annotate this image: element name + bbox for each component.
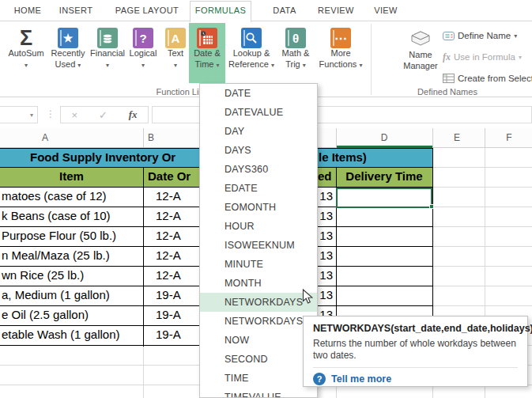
autosum-sigma-icon: Σ xyxy=(16,28,36,48)
colstrip-line xyxy=(485,128,485,148)
dropdown-caret-icon: ▾ xyxy=(303,62,306,69)
tab-page-layout[interactable]: PAGE LAYOUT xyxy=(112,0,182,21)
tab-home[interactable]: HOME xyxy=(8,0,47,21)
menu-item-second[interactable]: SECOND xyxy=(200,350,317,369)
formula-bar-buttons: × ✓ fx xyxy=(60,106,149,123)
menu-item-date[interactable]: DATE xyxy=(200,84,317,103)
tab-review[interactable]: REVIEW xyxy=(315,0,357,21)
cell-item: Purpose Flour (50 lb.) xyxy=(2,229,116,242)
dropdown-caret-icon: ▾ xyxy=(359,62,362,69)
cell-ordered: 19-A xyxy=(156,328,181,341)
cell-ordered: 12-A xyxy=(156,248,181,262)
lookup-reference-button[interactable]: Lookup & Reference ▾ xyxy=(227,23,276,83)
menu-item-hour[interactable]: HOUR xyxy=(200,217,317,236)
date-time-dropdown-menu: DATE DATEVALUE DAY DAYS DAYS360 EDATE EO… xyxy=(199,83,318,398)
text-button[interactable]: A Text ▾ xyxy=(160,23,191,83)
tab-view[interactable]: VIEW xyxy=(368,0,403,21)
header-item: Item xyxy=(0,169,143,183)
menu-item-edate[interactable]: EDATE xyxy=(200,179,317,198)
group-separator xyxy=(371,24,372,95)
cell-item: n Meal/Maza (25 lb.) xyxy=(2,248,110,262)
name-box-caret-icon: ▾ xyxy=(30,112,33,119)
use-in-formula-fx-icon: fx xyxy=(443,51,451,63)
excel-window: Food Supply Inventory Or le Items) Item … xyxy=(0,0,532,398)
menu-item-datevalue[interactable]: DATEVALUE xyxy=(200,103,317,122)
formula-bar-separator: ⋮ xyxy=(46,108,55,119)
column-header-e[interactable]: E xyxy=(445,128,469,148)
tell-me-more-link[interactable]: Tell me more xyxy=(331,373,391,385)
autosum-button[interactable]: Σ AutoSum ▾ xyxy=(5,23,47,83)
math-trig-label: Math & xyxy=(282,48,310,59)
fill-handle[interactable] xyxy=(429,204,434,209)
date-time-button[interactable]: Date & Time ▾ xyxy=(189,23,225,83)
menu-item-eomonth[interactable]: EOMONTH xyxy=(200,198,317,217)
financial-button[interactable]: Financial ▾ xyxy=(89,23,126,83)
cell-ordered: 12-A xyxy=(156,209,181,222)
dropdown-caret-icon: ▾ xyxy=(514,32,517,40)
tab-formulas[interactable]: FORMULAS xyxy=(190,0,251,21)
dropdown-caret-icon: ▾ xyxy=(217,62,220,69)
date-time-label: Date & xyxy=(194,48,221,59)
tab-insert[interactable]: INSERT xyxy=(55,0,96,21)
name-manager-button[interactable]: Name Manager xyxy=(398,23,443,83)
date-time-calendar-icon xyxy=(197,28,217,48)
more-functions-button[interactable]: ⋯ More Functions ▾ xyxy=(315,23,366,83)
menu-item-days[interactable]: DAYS xyxy=(200,141,317,160)
menu-item-time[interactable]: TIME xyxy=(200,369,317,388)
menu-item-day[interactable]: DAY xyxy=(200,122,317,141)
mouse-cursor-icon xyxy=(302,289,314,309)
create-from-selection-button[interactable]: Create from Selection xyxy=(443,70,532,87)
name-box[interactable]: ▾ xyxy=(0,106,38,123)
create-from-selection-icon xyxy=(443,74,455,83)
cell-item: k Beans (case of 10) xyxy=(2,209,111,222)
menu-item-month[interactable]: MONTH xyxy=(200,274,317,293)
logical-button[interactable]: ? Logical ▾ xyxy=(126,23,160,83)
dropdown-caret-icon: ▾ xyxy=(25,62,28,69)
menu-item-minute[interactable]: MINUTE xyxy=(200,255,317,274)
cell-item: matoes (case of 12) xyxy=(2,189,107,203)
cell-ordered: 12-A xyxy=(156,268,181,282)
cell-ordered: 19-A xyxy=(156,308,181,321)
cell-item: etable Wash (1 gallon) xyxy=(2,328,120,341)
tab-data[interactable]: DATA xyxy=(267,0,302,21)
use-in-formula-button[interactable]: fx Use in Formula ▾ xyxy=(443,48,522,66)
dropdown-caret-icon: ▾ xyxy=(271,62,274,69)
cell-item: e Oil (2.5 gallon) xyxy=(2,308,89,321)
menu-item-networkdays-intl[interactable]: NETWORKDAYS.IN xyxy=(200,312,317,331)
define-name-button[interactable]: Define Name ▾ xyxy=(443,27,517,44)
math-trig-button[interactable]: θ Math & Trig ▾ xyxy=(277,23,315,83)
selected-cell[interactable] xyxy=(336,188,432,208)
text-label: Text xyxy=(168,48,183,59)
menu-item-days360[interactable]: DAYS360 xyxy=(200,160,317,179)
menu-item-isoweeknum[interactable]: ISOWEEKNUM xyxy=(200,236,317,255)
column-header-a[interactable]: A xyxy=(33,128,57,148)
defined-names-group-label: Defined Names xyxy=(400,87,495,97)
header-delivery-time: Delivery Time xyxy=(336,169,432,183)
colstrip-line xyxy=(336,128,337,148)
recently-used-button[interactable]: ★ Recently Used ▾ xyxy=(47,23,89,83)
table-title-left: Food Supply Inventory Or xyxy=(30,150,175,164)
define-name-label: Define Name xyxy=(458,31,511,40)
menu-item-now[interactable]: NOW xyxy=(200,331,317,350)
insert-function-icon[interactable]: fx xyxy=(129,108,138,121)
more-functions-ellipsis-icon: ⋯ xyxy=(330,28,351,48)
financial-coins-icon xyxy=(97,28,118,48)
dropdown-caret-icon: ▾ xyxy=(141,62,145,69)
text-a-icon: A xyxy=(165,28,186,48)
cancel-icon[interactable]: × xyxy=(71,109,77,121)
logical-label: Logical xyxy=(130,48,157,59)
dropdown-caret-icon: ▾ xyxy=(519,54,522,61)
lookup-magnifier-icon xyxy=(241,28,262,48)
dropdown-caret-icon: ▾ xyxy=(77,62,81,69)
more-functions-label: More xyxy=(330,48,350,59)
table-title-right: le Items) xyxy=(319,150,367,164)
dropdown-caret-icon: ▾ xyxy=(174,62,177,69)
column-header-f[interactable]: F xyxy=(497,128,521,148)
enter-icon[interactable]: ✓ xyxy=(99,109,108,121)
lookup-reference-label: Lookup & xyxy=(233,48,270,59)
tooltip-divider xyxy=(313,367,518,368)
menu-item-networkdays[interactable]: NETWORKDAYS xyxy=(200,293,317,312)
menu-item-timevalue[interactable]: TIMEVALUE xyxy=(200,388,317,398)
tooltip-body: Returns the number of whole workdays bet… xyxy=(313,338,522,362)
math-trig-label2: Trig xyxy=(285,59,300,69)
